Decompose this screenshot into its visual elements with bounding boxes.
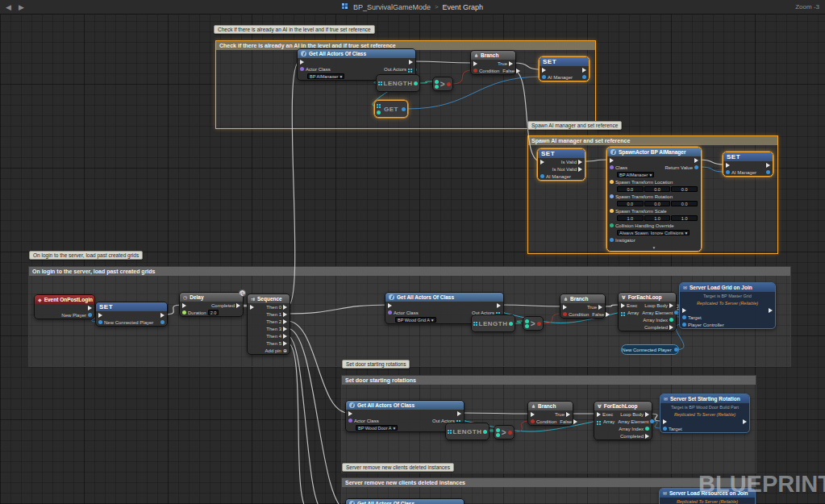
exec-pin[interactable]: [597, 412, 601, 417]
node-header[interactable]: ⋔Branch: [560, 294, 605, 303]
node-header[interactable]: ◆Event OnPostLogin: [35, 295, 94, 304]
set-node[interactable]: SETNew Connected Player: [95, 302, 168, 327]
set-node[interactable]: SETAI Manager: [723, 152, 773, 177]
array-pin[interactable]: [448, 430, 449, 431]
node-header[interactable]: ⋔Branch: [471, 51, 515, 60]
delay-node[interactable]: ◷Delay◷CompletedDuration2.0: [179, 292, 244, 317]
class-pin[interactable]: [300, 67, 304, 71]
object-pin[interactable]: [402, 107, 406, 111]
node-header[interactable]: SET: [723, 152, 773, 161]
server-set-starting-rotation-node[interactable]: ✉Server Set Starting RotationTarget is B…: [660, 394, 750, 433]
enum-pin[interactable]: [610, 223, 614, 227]
number-field[interactable]: 2.0: [208, 310, 219, 315]
int-pin[interactable]: [414, 81, 418, 85]
length-node[interactable]: LENGTH: [376, 74, 420, 92]
dropdown[interactable]: BP Wood Grid A▾: [395, 317, 436, 323]
array-pin[interactable]: [408, 69, 410, 70]
exec-pin[interactable]: [694, 158, 698, 163]
object-pin[interactable]: [726, 170, 730, 174]
exec-pin[interactable]: [542, 68, 546, 73]
exec-pin[interactable]: [621, 303, 625, 308]
exec-pin[interactable]: [610, 158, 614, 163]
sequence-node[interactable]: ⇉SequenceThen 0Then 1Then 2Then 3Then 4T…: [247, 294, 290, 355]
array-pin[interactable]: [621, 312, 623, 314]
node-header[interactable]: SET: [96, 302, 167, 311]
exec-pin[interactable]: [769, 308, 773, 313]
exec-pin[interactable]: [606, 312, 610, 317]
foreachloop-node[interactable]: ∀ForEachLoopExecLoop BodyArrayArray Elem…: [594, 401, 652, 440]
number-field[interactable]: 0.0: [644, 201, 671, 206]
object-pin[interactable]: [88, 313, 92, 317]
exec-pin[interactable]: [669, 325, 673, 330]
exec-pin[interactable]: [766, 163, 770, 168]
node-header[interactable]: fGet All Actors Of Class: [346, 401, 464, 410]
int-pin[interactable]: [483, 430, 487, 434]
exec-pin[interactable]: [98, 313, 102, 318]
exec-pin[interactable]: [645, 434, 649, 439]
bool-pin[interactable]: [537, 322, 541, 326]
exec-pin[interactable]: [578, 167, 582, 172]
bool-pin[interactable]: [508, 431, 512, 435]
int-pin[interactable]: [525, 324, 529, 328]
array-pin[interactable]: [456, 420, 458, 422]
add-pin-icon[interactable]: ⊕: [283, 348, 287, 353]
object-pin[interactable]: [650, 419, 654, 423]
exec-pin[interactable]: [283, 327, 287, 331]
node-header[interactable]: ∀ForEachLoop: [594, 402, 652, 410]
exec-pin[interactable]: [531, 412, 535, 417]
node-header[interactable]: fSpawnActor BP AIManager: [607, 148, 701, 156]
foreachloop-node[interactable]: ∀ForEachLoopExecLoop BodyArrayArray Elem…: [618, 292, 677, 331]
exec-pin[interactable]: [566, 412, 570, 417]
number-field[interactable]: 1.0: [644, 215, 671, 221]
exec-pin[interactable]: [283, 319, 287, 324]
branch-node[interactable]: ⋔BranchTrueConditionFalse: [560, 294, 606, 319]
exec-pin[interactable]: [236, 303, 240, 308]
node-header[interactable]: ⋔Branch: [528, 402, 573, 410]
node-header[interactable]: ✉Server Set Starting Rotation: [660, 394, 749, 403]
exec-pin[interactable]: [573, 419, 577, 424]
dropdown[interactable]: BP AIManager▾: [307, 73, 344, 79]
node-header[interactable]: ◷Delay: [180, 293, 243, 302]
int-pin[interactable]: [496, 428, 500, 432]
length-node[interactable]: LENGTH: [471, 314, 515, 332]
forward-arrow-icon[interactable]: ▶: [19, 3, 24, 11]
rotator-pin[interactable]: [610, 194, 614, 198]
operator-node[interactable]: >: [432, 77, 453, 91]
int-pin[interactable]: [435, 80, 439, 84]
exec-pin[interactable]: [663, 419, 667, 424]
event-onpostlogin-node[interactable]: ◆Event OnPostLoginNew Player: [34, 294, 95, 319]
object-pin[interactable]: [160, 320, 165, 324]
exec-pin[interactable]: [250, 305, 254, 310]
number-field[interactable]: 1.0: [617, 215, 644, 221]
object-pin[interactable]: [582, 75, 586, 79]
exec-pin[interactable]: [726, 163, 730, 168]
exec-pin[interactable]: [457, 411, 461, 416]
exec-pin[interactable]: [473, 61, 477, 66]
array-pin[interactable]: [377, 104, 378, 106]
int-pin[interactable]: [669, 318, 673, 322]
float-pin[interactable]: [182, 310, 186, 314]
vector-pin[interactable]: [610, 180, 614, 184]
node-header[interactable]: fGet All Actors Of Class: [298, 49, 415, 58]
int-pin[interactable]: [509, 322, 513, 326]
number-field[interactable]: 0.0: [671, 186, 698, 192]
exec-pin[interactable]: [409, 60, 413, 65]
object-pin[interactable]: [98, 320, 102, 324]
object-pin[interactable]: [674, 348, 678, 352]
node-header[interactable]: ∀ForEachLoop: [619, 293, 676, 302]
class-pin[interactable]: [348, 419, 352, 423]
object-pin[interactable]: [674, 310, 678, 314]
dropdown[interactable]: BP AIManager▾: [617, 172, 654, 177]
exec-pin[interactable]: [540, 160, 544, 165]
exec-pin[interactable]: [300, 60, 304, 65]
branch-node[interactable]: ⋔BranchTrueConditionFalse: [470, 50, 516, 75]
exec-pin[interactable]: [563, 305, 567, 310]
object-pin[interactable]: [663, 427, 667, 431]
object-pin[interactable]: [694, 165, 698, 169]
exec-pin[interactable]: [682, 308, 686, 313]
object-pin[interactable]: [682, 315, 686, 319]
operator-node[interactable]: >: [494, 425, 515, 439]
exec-pin[interactable]: [509, 61, 513, 66]
node-header[interactable]: fGet All Actors Of Class: [385, 293, 503, 302]
exec-pin[interactable]: [578, 160, 582, 165]
